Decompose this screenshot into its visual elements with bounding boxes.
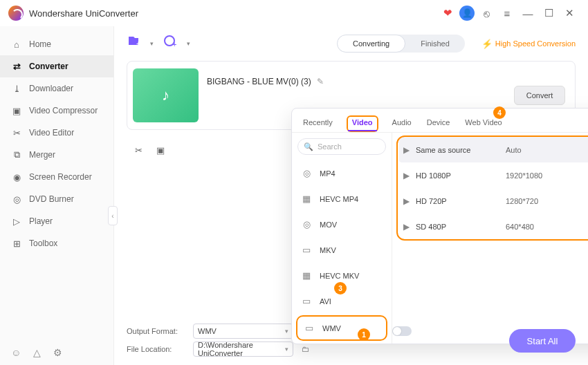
- app-logo-icon: [8, 6, 24, 21]
- tab-device[interactable]: Device: [425, 115, 452, 132]
- format-icon: ▭: [300, 296, 313, 306]
- minimize-icon[interactable]: —: [519, 4, 537, 22]
- recorder-icon: ◉: [11, 171, 22, 182]
- menu-icon[interactable]: ≡: [498, 4, 516, 22]
- badge-1: 1: [358, 328, 370, 341]
- app-window: Wondershare UniConverter ❤ 👤 ⎋ ≡ — ☐ ✕ ⌂…: [0, 0, 588, 365]
- file-location-label: File Location:: [127, 345, 187, 353]
- format-icon: ◎: [300, 219, 313, 230]
- compressor-icon: ▣: [11, 105, 22, 116]
- tab-finished[interactable]: Finished: [405, 35, 465, 53]
- format-item-mkv[interactable]: ▭MKV: [292, 237, 392, 263]
- format-icon: ▭: [300, 245, 313, 255]
- sidebar-item-label: Player: [29, 216, 53, 226]
- crop-icon[interactable]: ▣: [156, 145, 165, 156]
- tab-video[interactable]: Video: [347, 115, 378, 132]
- high-speed-label: High Speed Conversion: [495, 39, 576, 48]
- format-popover: Recently Video Audio Device Web Video 🔍 …: [291, 108, 588, 344]
- file-title: BIGBANG - BLUE MV(0) (3): [207, 77, 311, 86]
- sidebar-item-label: Home: [29, 39, 51, 49]
- video-icon: ▶: [403, 222, 416, 232]
- merger-icon: ⧉: [11, 149, 22, 160]
- home-icon: ⌂: [11, 39, 22, 50]
- badge-3: 3: [334, 282, 347, 294]
- sidebar-item-downloader[interactable]: ⤓Downloader: [0, 77, 113, 100]
- sidebar-item-dvd[interactable]: ◎DVD Burner: [0, 188, 113, 210]
- format-icon: ◎: [300, 168, 313, 178]
- sidebar-bottom: ☺ △ ⚙: [0, 340, 113, 365]
- output-format-label: Output Format:: [127, 327, 187, 335]
- sidebar-item-label: Toolbox: [29, 238, 57, 248]
- chevron-down-icon: ▾: [285, 328, 288, 335]
- player-icon: ▷: [11, 216, 22, 227]
- rename-icon[interactable]: ✎: [317, 77, 324, 86]
- format-icon: ▦: [300, 270, 313, 281]
- sidebar-item-label: Video Editor: [29, 128, 74, 138]
- sidebar-item-editor[interactable]: ✂Video Editor: [0, 122, 113, 144]
- chevron-down-icon[interactable]: ▾: [187, 40, 190, 47]
- app-title: Wondershare UniConverter: [29, 8, 138, 19]
- collapse-handle[interactable]: ‹: [108, 206, 118, 225]
- sidebar-item-player[interactable]: ▷Player: [0, 210, 113, 232]
- sidebar-item-label: Converter: [29, 62, 68, 71]
- dvd-icon: ◎: [11, 194, 22, 205]
- start-all-button[interactable]: Start All: [509, 329, 576, 353]
- sidebar-item-home[interactable]: ⌂Home: [0, 33, 113, 55]
- merge-toggle[interactable]: [392, 326, 412, 336]
- tab-audio[interactable]: Audio: [391, 115, 413, 132]
- format-item-mp4[interactable]: ◎MP4: [292, 160, 392, 186]
- svg-text:+: +: [172, 40, 176, 48]
- chevron-down-icon[interactable]: ▾: [150, 40, 154, 47]
- tab-converting[interactable]: Converting: [337, 35, 405, 53]
- main: ‹ + ▾ + ▾ Converting Finished ⚡ High Spe…: [114, 26, 588, 365]
- file-location-combo[interactable]: D:\Wondershare UniConverter▾: [193, 341, 293, 357]
- trim-icon[interactable]: ✂: [135, 145, 143, 156]
- format-icon: ▦: [300, 194, 313, 204]
- format-item-mov[interactable]: ◎MOV: [292, 212, 392, 237]
- svg-text:+: +: [136, 40, 140, 48]
- chevron-down-icon: ▾: [285, 346, 288, 353]
- badge-4: 4: [493, 106, 506, 119]
- output-format-combo[interactable]: WMV▾: [193, 324, 293, 339]
- sidebar-item-toolbox[interactable]: ⊞Toolbox: [0, 232, 113, 254]
- sidebar-item-label: Screen Recorder: [29, 172, 92, 182]
- sidebar-item-compressor[interactable]: ▣Video Compressor: [0, 100, 113, 122]
- add-url-button[interactable]: +: [163, 35, 181, 53]
- feedback-icon[interactable]: ☺: [11, 347, 21, 358]
- settings-icon[interactable]: ⚙: [53, 347, 62, 358]
- sidebar-item-recorder[interactable]: ◉Screen Recorder: [0, 166, 113, 188]
- open-folder-icon[interactable]: 🗀: [299, 343, 311, 355]
- format-item-hevc-mp4[interactable]: ▦HEVC MP4: [292, 186, 392, 212]
- gift-icon[interactable]: ❤: [439, 4, 457, 22]
- maximize-icon[interactable]: ☐: [540, 4, 558, 22]
- format-column: 🔍 Search ◎MP4 ▦HEVC MP4 ◎MOV ▭MKV ▦HEVC …: [292, 133, 392, 344]
- sidebar-item-converter[interactable]: ⇄Converter: [0, 55, 113, 77]
- bolt-icon: ⚡: [481, 39, 493, 49]
- file-thumbnail[interactable]: ♪: [133, 68, 199, 122]
- sidebar: ⌂Home ⇄Converter ⤓Downloader ▣Video Comp…: [0, 26, 114, 365]
- resolution-row[interactable]: ▶HD 1080P1920*1080✎: [399, 162, 588, 188]
- format-item-wmv[interactable]: ▭WMV: [296, 315, 387, 341]
- resolution-row[interactable]: ▶HD 720P1280*720✎: [399, 188, 588, 214]
- toolbox-icon: ⊞: [11, 238, 22, 249]
- search-icon: 🔍: [304, 142, 313, 151]
- convert-button[interactable]: Convert: [514, 86, 565, 105]
- account-icon[interactable]: 👤: [459, 6, 475, 21]
- video-icon: ▶: [403, 196, 416, 206]
- downloader-icon: ⤓: [11, 83, 22, 94]
- resolution-column: ▶Same as sourceAuto✎ ▶HD 1080P1920*1080✎…: [392, 133, 588, 344]
- search-placeholder: Search: [318, 142, 342, 151]
- converter-icon: ⇄: [11, 61, 22, 72]
- add-file-button[interactable]: +: [127, 35, 145, 53]
- tab-recently[interactable]: Recently: [302, 115, 334, 132]
- titlebar: Wondershare UniConverter ❤ 👤 ⎋ ≡ — ☐ ✕: [0, 0, 588, 26]
- sidebar-item-merger[interactable]: ⧉Merger: [0, 144, 113, 166]
- format-search[interactable]: 🔍 Search: [297, 138, 386, 155]
- notify-icon[interactable]: △: [33, 347, 41, 358]
- video-icon: ▶: [403, 145, 416, 155]
- resolution-row[interactable]: ▶Same as sourceAuto✎: [399, 137, 588, 162]
- high-speed-toggle[interactable]: ⚡ High Speed Conversion: [481, 39, 576, 49]
- support-icon[interactable]: ⎋: [477, 4, 495, 22]
- resolution-row[interactable]: ▶SD 480P640*480✎: [399, 214, 588, 239]
- close-icon[interactable]: ✕: [560, 4, 578, 22]
